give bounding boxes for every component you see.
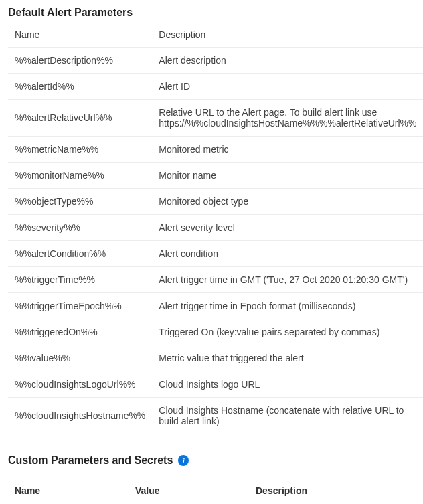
column-header-name: Name <box>8 479 129 503</box>
param-desc-cell: Alert condition <box>152 241 423 267</box>
param-desc-cell: Alert trigger time in Epoch format (mill… <box>152 293 423 319</box>
table-row: %%alertId%%Alert ID <box>8 74 423 100</box>
table-row: %%metricName%%Monitored metric <box>8 137 423 163</box>
custom-params-heading: Custom Parameters and Secrets <box>8 454 173 467</box>
param-name-cell: %%alertCondition%% <box>8 241 152 267</box>
column-header-name: Name <box>8 24 152 48</box>
column-header-description: Description <box>152 24 423 48</box>
table-row: %%triggerTimeEpoch%%Alert trigger time i… <box>8 293 423 319</box>
param-desc-cell: Triggered On (key:value pairs separated … <box>152 319 423 345</box>
param-name-cell: %%alertId%% <box>8 74 152 100</box>
default-params-heading: Default Alert Parameters <box>0 4 423 24</box>
param-desc-cell: Alert severity level <box>152 215 423 241</box>
table-row: %%alertDescription%%Alert description <box>8 48 423 74</box>
param-desc-cell: Monitored object type <box>152 189 423 215</box>
param-desc-cell: Relative URL to the Alert page. To build… <box>152 100 423 137</box>
param-desc-cell: Cloud Insights Hostname (concatenate wit… <box>152 398 423 434</box>
table-row: %%alertRelativeUrl%%Relative URL to the … <box>8 100 423 137</box>
param-name-cell: %%severity%% <box>8 215 152 241</box>
param-name-cell: %%alertRelativeUrl%% <box>8 100 152 137</box>
table-row: %%severity%%Alert severity level <box>8 215 423 241</box>
column-header-value: Value <box>129 479 249 503</box>
table-row: %%objectType%%Monitored object type <box>8 189 423 215</box>
param-desc-cell: Alert trigger time in GMT ('Tue, 27 Oct … <box>152 267 423 293</box>
param-name-cell: %%cloudInsightsHostname%% <box>8 398 152 434</box>
param-name-cell: %%objectType%% <box>8 189 152 215</box>
info-icon[interactable]: i <box>178 455 189 466</box>
param-desc-cell: Metric value that triggered the alert <box>152 345 423 371</box>
param-name-cell: %%value%% <box>8 345 152 371</box>
param-name-cell: %%triggerTime%% <box>8 267 152 293</box>
table-row: %%cloudInsightsLogoUrl%%Cloud Insights l… <box>8 371 423 398</box>
table-row: %%triggerTime%%Alert trigger time in GMT… <box>8 267 423 293</box>
param-desc-cell: Alert ID <box>152 74 423 100</box>
column-header-description: Description <box>249 479 410 503</box>
param-name-cell: %%cloudInsightsLogoUrl%% <box>8 371 152 398</box>
custom-params-table: Name Value Description No Data Available <box>8 479 410 504</box>
param-desc-cell: Alert description <box>152 48 423 74</box>
param-name-cell: %%alertDescription%% <box>8 48 152 74</box>
param-name-cell: %%metricName%% <box>8 137 152 163</box>
table-row: %%alertCondition%%Alert condition <box>8 241 423 267</box>
table-row: %%value%%Metric value that triggered the… <box>8 345 423 371</box>
param-name-cell: %%triggeredOn%% <box>8 319 152 345</box>
table-row: %%triggeredOn%%Triggered On (key:value p… <box>8 319 423 345</box>
param-name-cell: %%monitorName%% <box>8 163 152 189</box>
table-header-row: Name Description <box>8 24 423 48</box>
param-desc-cell: Monitor name <box>152 163 423 189</box>
param-name-cell: %%triggerTimeEpoch%% <box>8 293 152 319</box>
table-row: %%monitorName%%Monitor name <box>8 163 423 189</box>
param-desc-cell: Monitored metric <box>152 137 423 163</box>
table-row: %%cloudInsightsHostname%%Cloud Insights … <box>8 398 423 434</box>
table-header-row: Name Value Description <box>8 479 410 503</box>
param-desc-cell: Cloud Insights logo URL <box>152 371 423 398</box>
default-params-table: Name Description %%alertDescription%%Ale… <box>8 24 423 434</box>
